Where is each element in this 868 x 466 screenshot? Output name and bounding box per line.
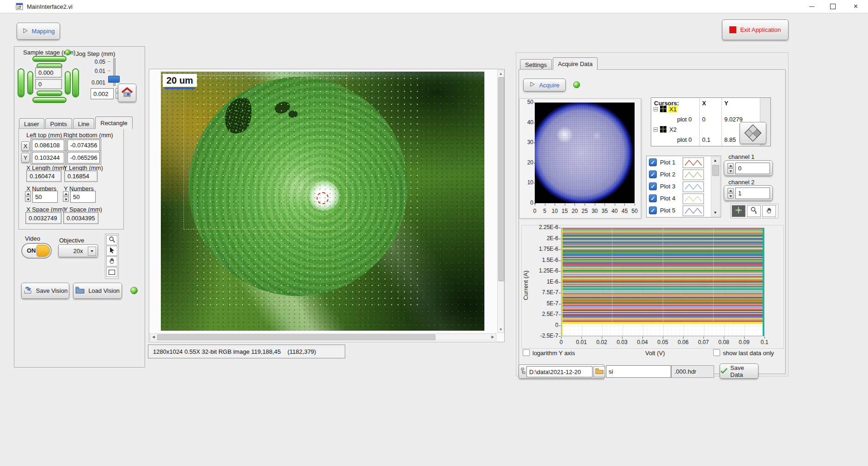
x-tick-mark xyxy=(635,204,635,206)
tab-points[interactable]: Points xyxy=(45,118,72,129)
cursor-x1-line[interactable] xyxy=(562,228,562,336)
plot-checkbox[interactable]: ✓ xyxy=(649,170,657,178)
intensity-map-plot[interactable] xyxy=(535,103,635,203)
minimize-button[interactable] xyxy=(801,0,822,13)
roi-x-button[interactable]: X xyxy=(21,141,30,151)
x-tick-mark xyxy=(624,204,625,206)
maximize-button[interactable] xyxy=(822,0,844,13)
jog-right-outer-button[interactable] xyxy=(72,68,79,97)
objective-value: 20x xyxy=(73,248,83,254)
x-tick-mark xyxy=(575,204,575,206)
tab-rectangle[interactable]: Rectangle xyxy=(95,116,133,129)
tab-acquire-data[interactable]: Acquire Data xyxy=(553,57,598,70)
filename-input[interactable]: si xyxy=(606,365,671,378)
tab-line[interactable]: Line xyxy=(73,118,95,129)
right-bottom-label: Right bottom (mm) xyxy=(63,132,113,139)
dropdown-button[interactable] xyxy=(88,247,96,256)
plot-line-sample[interactable] xyxy=(683,182,704,192)
scroll-left-icon[interactable]: ◀ xyxy=(150,334,157,340)
tab-settings[interactable]: Settings xyxy=(520,59,552,70)
plot-checkbox[interactable]: ✓ xyxy=(649,182,657,190)
left-top-y-input[interactable]: 0.103244 xyxy=(32,152,64,163)
plot-checkbox[interactable]: ✓ xyxy=(649,206,657,214)
load-vision-button[interactable]: Load Vision xyxy=(73,283,122,299)
acquire-button[interactable]: Acquire xyxy=(523,79,566,91)
viewer-vscrollbar[interactable]: ▲ ▼ xyxy=(497,70,504,333)
channel1-spinner[interactable] xyxy=(727,163,734,174)
plot-line-sample[interactable] xyxy=(683,169,704,180)
rectangle-tool-button[interactable] xyxy=(106,267,117,277)
show-last-checkbox[interactable] xyxy=(713,349,720,356)
plot-line-sample[interactable] xyxy=(683,157,704,168)
jog-right-inner-button[interactable] xyxy=(65,71,71,95)
tab-laser[interactable]: Laser xyxy=(19,118,44,129)
scroll-down-icon[interactable]: ▼ xyxy=(498,326,504,333)
log-y-checkbox[interactable] xyxy=(523,349,530,356)
channel2-input[interactable]: 1 xyxy=(735,188,770,199)
objective-dropdown[interactable]: 20x xyxy=(58,244,98,257)
x-numbers-spinner[interactable] xyxy=(25,191,31,202)
right-bottom-y-input[interactable]: -0.065296 xyxy=(67,152,100,163)
plot-checkbox[interactable]: ✓ xyxy=(649,158,657,166)
scroll-down-icon[interactable]: ▼ xyxy=(711,209,719,216)
tree-expand-icon[interactable] xyxy=(654,127,658,132)
jog-down-outer-button[interactable] xyxy=(32,97,67,103)
plot-line-sample[interactable] xyxy=(683,194,704,204)
y-tick-label: 30 xyxy=(520,139,533,145)
cursor-tool-button[interactable] xyxy=(106,246,117,256)
jog-left-outer-button[interactable] xyxy=(18,68,24,97)
show-last-label: show last data only xyxy=(723,350,774,357)
left-top-x-input[interactable]: 0.086108 xyxy=(32,139,64,151)
iv-graph-plot[interactable] xyxy=(561,228,764,336)
y-numbers-spinner[interactable] xyxy=(63,191,69,202)
close-button[interactable]: × xyxy=(844,0,868,13)
data-path-input[interactable]: D:\data\2021-12-20 xyxy=(526,366,593,377)
plot-checkbox[interactable]: ✓ xyxy=(649,194,657,202)
video-toggle[interactable]: ON xyxy=(21,243,52,259)
microscope-image[interactable]: 20 um xyxy=(161,72,484,331)
y-numbers-input[interactable]: 50 xyxy=(70,191,96,203)
legend-scrollbar[interactable]: ▲ ▼ xyxy=(711,157,720,217)
mapping-button[interactable]: Mapping xyxy=(17,23,60,40)
x-numbers-input[interactable]: 50 xyxy=(32,191,58,203)
run-icon xyxy=(529,81,535,89)
graph-cursor-button[interactable] xyxy=(732,205,746,217)
roi-rectangle-overlay[interactable] xyxy=(183,75,347,230)
pan-tool-button[interactable] xyxy=(106,256,117,266)
browse-folder-button[interactable] xyxy=(593,366,605,377)
scroll-right-icon[interactable]: ▶ xyxy=(489,334,496,340)
graph-pan-button[interactable] xyxy=(762,205,776,217)
x-tick-label: 10 xyxy=(550,208,559,214)
jog-left-inner-button[interactable] xyxy=(27,71,33,95)
cursor-name[interactable]: X2 xyxy=(668,126,678,133)
run-icon xyxy=(22,28,28,35)
y-tick-label: 50 xyxy=(520,99,533,105)
jog-step-input[interactable]: 0.002 xyxy=(91,88,114,99)
plot-line-sample[interactable] xyxy=(683,206,704,216)
channel1-input[interactable]: 0 xyxy=(735,163,770,174)
tree-expand-icon[interactable] xyxy=(654,107,658,111)
jog-down-inner-button[interactable] xyxy=(37,91,62,96)
exit-application-button[interactable]: Exit Application xyxy=(722,19,789,40)
save-vision-button[interactable]: Save Vision xyxy=(21,283,69,299)
right-bottom-x-input[interactable]: -0.074356 xyxy=(67,139,100,151)
cursor-move-button[interactable] xyxy=(740,122,766,144)
scale-bar-line xyxy=(165,87,195,89)
cursor-x2-line[interactable] xyxy=(763,228,764,336)
scroll-up-icon[interactable]: ▲ xyxy=(711,157,719,164)
cursor-plot-name[interactable]: plot 0 xyxy=(677,136,692,143)
jog-slider-handle[interactable] xyxy=(108,76,120,83)
channel2-spinner[interactable] xyxy=(727,188,734,199)
save-data-button[interactable]: Save Data xyxy=(720,363,758,379)
plot-legend-label: Plot 3 xyxy=(660,183,675,190)
viewer-hscrollbar[interactable]: ◀ ▶ xyxy=(150,333,496,340)
zoom-tool-button[interactable] xyxy=(106,235,117,245)
roi-y-button[interactable]: Y xyxy=(21,153,30,163)
graph-zoom-button[interactable] xyxy=(747,205,761,217)
scroll-up-icon[interactable]: ▲ xyxy=(498,70,504,77)
cursor-target-circle[interactable] xyxy=(317,192,329,204)
cursor-name[interactable]: X1 xyxy=(668,106,678,113)
jog-up-outer-button[interactable] xyxy=(32,56,67,62)
home-button[interactable] xyxy=(118,84,136,102)
cursor-plot-name[interactable]: plot 0 xyxy=(677,116,692,123)
